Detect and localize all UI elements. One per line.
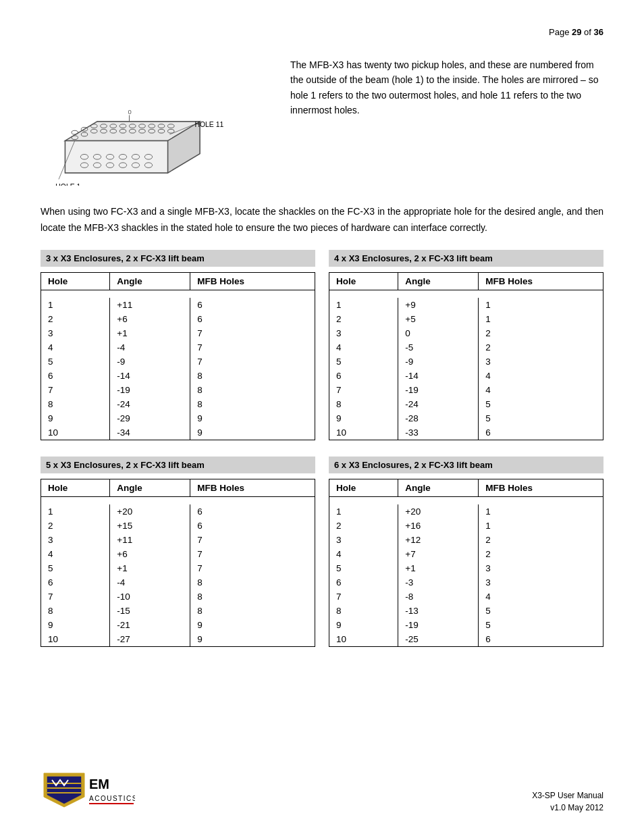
table-row: 7-84 <box>329 590 603 604</box>
table-cell: 5 <box>479 604 603 618</box>
table-row: 9-285 <box>329 411 603 425</box>
table-cell: 1 <box>479 504 603 519</box>
table2-title: 4 x X3 Enclosures, 2 x FC-X3 lift beam <box>329 250 603 267</box>
table-row: 10-349 <box>41 425 315 440</box>
table-cell: 7 <box>190 561 315 575</box>
table4-col-angle: Angle <box>398 479 479 496</box>
table-cell: -14 <box>398 369 479 383</box>
table-cell: 2 <box>479 533 603 547</box>
page-text: Page 29 of 36 <box>549 27 603 37</box>
table-row: 6-48 <box>41 575 315 590</box>
table-cell: 2 <box>329 312 398 326</box>
table-cell: -21 <box>110 618 190 632</box>
table-cell: +11 <box>110 533 190 547</box>
table-cell: -33 <box>398 425 479 440</box>
table-cell: 2 <box>479 340 603 355</box>
table-cell: 7 <box>190 355 315 369</box>
table-row: 10-279 <box>41 632 315 647</box>
table-row: 8-245 <box>329 397 603 411</box>
svg-point-4 <box>72 130 78 134</box>
table-cell: 3 <box>479 575 603 590</box>
table-cell: -15 <box>110 604 190 618</box>
table-cell: 10 <box>41 425 110 440</box>
table-cell: -29 <box>110 411 190 425</box>
table-row: 3+17 <box>41 326 315 340</box>
table-cell: 8 <box>41 397 110 411</box>
table-cell: 5 <box>41 355 110 369</box>
table-cell: +1 <box>110 561 190 575</box>
table2-col-mfb: MFB Holes <box>479 272 603 290</box>
table-cell: 7 <box>329 590 398 604</box>
table-cell: 6 <box>41 575 110 590</box>
table4-col-hole: Hole <box>329 479 398 496</box>
table-row: 6-33 <box>329 575 603 590</box>
table-cell: 1 <box>329 298 398 312</box>
table-row: 2+51 <box>329 312 603 326</box>
table-cell: 6 <box>479 425 603 440</box>
table-block-1: 3 x X3 Enclosures, 2 x FC-X3 lift beam H… <box>41 250 315 440</box>
table-cell: 8 <box>190 575 315 590</box>
diagram-area: 0 HOLE 11 HOLE 1 <box>41 57 270 188</box>
table-cell: 2 <box>41 312 110 326</box>
table-cell: 9 <box>329 411 398 425</box>
table-cell: 4 <box>329 547 398 561</box>
svg-text:0: 0 <box>128 108 132 115</box>
table-cell: 5 <box>479 618 603 632</box>
table-row: 2+161 <box>329 519 603 533</box>
table4-title: 6 x X3 Enclosures, 2 x FC-X3 lift beam <box>329 457 603 473</box>
table4: Hole Angle MFB Holes 1+2012+1613+1224+72… <box>329 479 603 647</box>
table-cell: 4 <box>479 590 603 604</box>
table-pair-1: 3 x X3 Enclosures, 2 x FC-X3 lift beam H… <box>41 250 603 440</box>
table-cell: 1 <box>41 504 110 519</box>
table-cell: 3 <box>479 561 603 575</box>
table-row: 1+206 <box>41 504 315 519</box>
table-cell: 4 <box>329 340 398 355</box>
table-cell: 5 <box>329 355 398 369</box>
table-cell: +20 <box>398 504 479 519</box>
table-cell: +20 <box>110 504 190 519</box>
table1: Hole Angle MFB Holes 1+1162+663+174-475-… <box>41 272 315 440</box>
table-cell: -19 <box>110 383 190 397</box>
table1-title: 3 x X3 Enclosures, 2 x FC-X3 lift beam <box>41 250 315 267</box>
svg-text:HOLE 1: HOLE 1 <box>55 183 80 186</box>
table-cell: -5 <box>398 340 479 355</box>
table-cell: 7 <box>190 547 315 561</box>
table4-col-mfb: MFB Holes <box>479 479 603 496</box>
table-row: 7-198 <box>41 383 315 397</box>
description-paragraph: The MFB-X3 has twenty two pickup holes, … <box>290 57 603 118</box>
table-row: 8-248 <box>41 397 315 411</box>
table-cell: 1 <box>479 519 603 533</box>
table-row: 4+72 <box>329 547 603 561</box>
table-cell: -8 <box>398 590 479 604</box>
table3-title: 5 x X3 Enclosures, 2 x FC-X3 lift beam <box>41 457 315 473</box>
table-cell: 9 <box>190 425 315 440</box>
table-cell: -24 <box>110 397 190 411</box>
table-row: 5-97 <box>41 355 315 369</box>
table1-col-mfb: MFB Holes <box>190 272 315 290</box>
table-row: 9-195 <box>329 618 603 632</box>
table-cell: -19 <box>398 618 479 632</box>
table-row: 8-158 <box>41 604 315 618</box>
table-cell: 5 <box>329 561 398 575</box>
table-row: 3+122 <box>329 533 603 547</box>
table-cell: +11 <box>110 298 190 312</box>
footer-right: X3-SP User Manual v1.0 May 2012 <box>532 789 603 814</box>
table-cell: 4 <box>479 383 603 397</box>
table-cell: -24 <box>398 397 479 411</box>
table-cell: -10 <box>110 590 190 604</box>
table-cell: 4 <box>41 340 110 355</box>
table-cell: 7 <box>329 383 398 397</box>
table-cell: 6 <box>190 312 315 326</box>
table3-col-angle: Angle <box>110 479 190 496</box>
table-cell: 8 <box>190 397 315 411</box>
svg-text:EM: EM <box>89 777 109 791</box>
table-cell: 9 <box>190 411 315 425</box>
table-cell: +1 <box>398 561 479 575</box>
footer-logo-area: EM ACOUSTICS <box>41 770 135 814</box>
table-row: 7-108 <box>41 590 315 604</box>
table-cell: +9 <box>398 298 479 312</box>
table-cell: 2 <box>479 326 603 340</box>
table-cell: -14 <box>110 369 190 383</box>
table-row: 5+13 <box>329 561 603 575</box>
table-cell: 3 <box>41 326 110 340</box>
